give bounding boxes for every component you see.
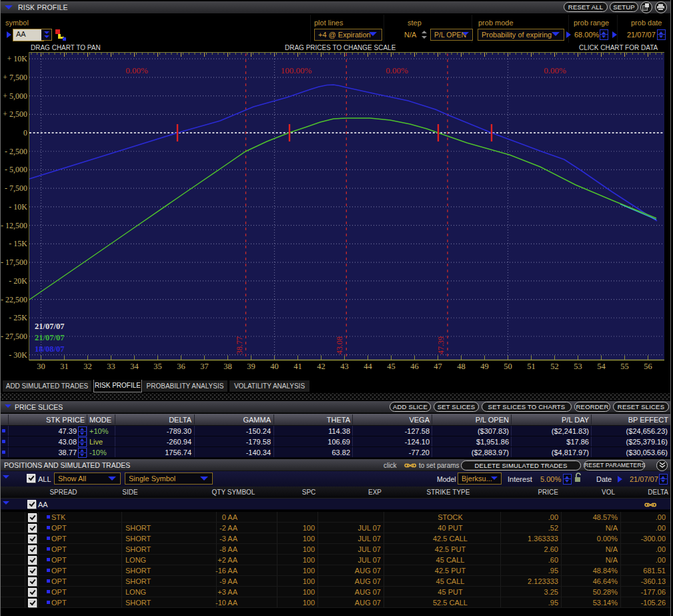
svg-text:46: 46 [410, 362, 419, 371]
svg-text:48: 48 [457, 362, 466, 371]
svg-text:43.08: 43.08 [335, 336, 344, 354]
svg-text:- 2,500: - 2,500 [5, 147, 27, 156]
svg-text:51: 51 [527, 362, 536, 371]
svg-text:42: 42 [317, 362, 325, 371]
svg-text:- 17,500: - 17,500 [1, 258, 27, 267]
svg-text:- 5,000: - 5,000 [5, 165, 27, 174]
svg-text:33: 33 [107, 362, 115, 371]
svg-text:- 27,500: - 27,500 [1, 332, 27, 341]
svg-text:30: 30 [37, 362, 45, 371]
svg-text:+ 10K: + 10K [7, 54, 28, 63]
svg-text:21/07/07: 21/07/07 [35, 333, 64, 342]
svg-text:49: 49 [480, 362, 489, 371]
svg-text:- 22,500: - 22,500 [1, 295, 27, 304]
svg-text:- 7,500: - 7,500 [5, 184, 27, 193]
svg-text:50: 50 [504, 362, 512, 371]
svg-text:0.00%: 0.00% [544, 65, 566, 75]
svg-text:52: 52 [550, 362, 559, 371]
svg-text:0: 0 [23, 128, 27, 137]
svg-text:31: 31 [60, 362, 69, 371]
svg-text:0.00%: 0.00% [386, 65, 408, 75]
svg-text:- 10K: - 10K [9, 202, 27, 212]
svg-text:- 20K: - 20K [9, 276, 27, 286]
svg-text:41: 41 [293, 362, 302, 371]
svg-text:32: 32 [83, 362, 92, 371]
svg-text:43: 43 [340, 362, 349, 371]
svg-text:- 30K: - 30K [9, 350, 27, 360]
svg-text:+ 7,500: + 7,500 [3, 73, 27, 82]
svg-text:- 15K: - 15K [9, 239, 27, 248]
svg-text:18/08/07: 18/08/07 [35, 344, 64, 354]
svg-text:21/07/07: 21/07/07 [35, 322, 64, 331]
svg-text:36: 36 [177, 362, 185, 371]
svg-text:37: 37 [200, 362, 209, 371]
svg-text:39: 39 [247, 362, 255, 371]
svg-text:38.77: 38.77 [235, 336, 244, 354]
svg-text:54: 54 [597, 362, 606, 371]
svg-text:100.00%: 100.00% [281, 65, 312, 75]
svg-text:40: 40 [270, 362, 279, 371]
svg-text:53: 53 [574, 362, 582, 371]
svg-text:0.00%: 0.00% [125, 65, 148, 75]
svg-text:+ 5,000: + 5,000 [3, 91, 27, 101]
svg-text:56: 56 [644, 362, 652, 371]
svg-text:47.39: 47.39 [436, 336, 446, 354]
svg-text:44: 44 [364, 362, 372, 371]
svg-text:38: 38 [223, 362, 232, 371]
svg-text:- 12,500: - 12,500 [1, 221, 27, 230]
svg-text:45: 45 [387, 362, 396, 371]
svg-text:55: 55 [620, 362, 629, 371]
svg-text:34: 34 [130, 362, 139, 371]
svg-text:35: 35 [153, 362, 162, 371]
svg-text:+ 2,500: + 2,500 [3, 109, 27, 119]
svg-text:47: 47 [434, 362, 442, 371]
svg-text:- 25K: - 25K [9, 313, 27, 322]
